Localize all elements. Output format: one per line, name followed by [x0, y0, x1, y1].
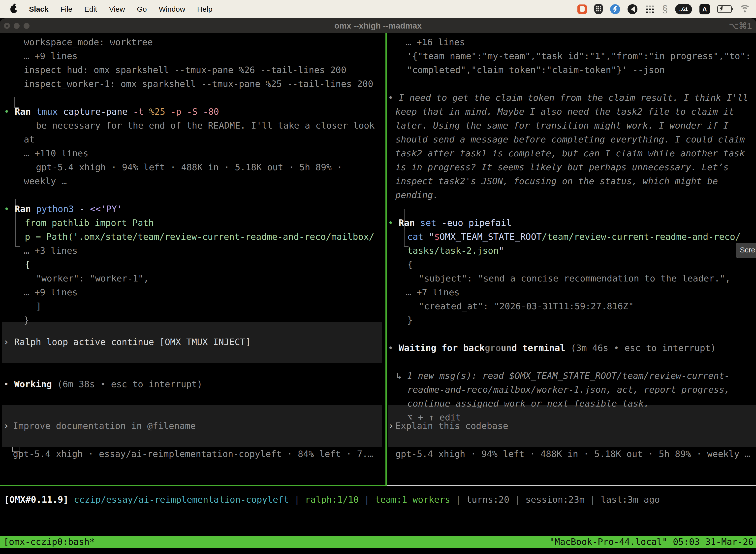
menu-item-view[interactable]: View: [109, 5, 125, 13]
menu-item-file[interactable]: File: [60, 5, 72, 13]
terminal-line: pending.: [395, 188, 438, 202]
terminal: Scre [OMX#0.11.9] cczip/essay/ai-reimple…: [0, 18, 756, 554]
count-badge[interactable]: ..61: [675, 4, 692, 14]
terminal-line: inspect_worker-1: omx sparkshell --tmux-…: [24, 77, 373, 91]
terminal-line: readme-and-reco/mailbox/worker-1.json, a…: [407, 383, 730, 397]
terminal-line: Explain this codebase: [395, 419, 508, 433]
terminal-line: from pathlib import Path: [25, 216, 154, 230]
tmux-status-bar: [omx-cczip0:bash* "MacBook-Pro-44.local"…: [0, 536, 756, 548]
terminal-line: • I need to get the claim token from the…: [388, 91, 748, 105]
terminal-line: inspect task2's JSON, focusing on the st…: [395, 174, 718, 188]
terminal-line: is in progress? It seems likely but perh…: [395, 160, 729, 174]
grid-shield-icon[interactable]: [594, 4, 603, 14]
terminal-line: '{"team_name":"my-team","task_id":"1","f…: [407, 49, 751, 63]
terminal-line: "worker": "worker-1",: [36, 272, 149, 285]
menu-status-icons: §..61A: [577, 4, 756, 15]
dots-grid-icon[interactable]: [645, 4, 655, 14]
terminal-line: at: [24, 132, 35, 147]
terminal-line: {: [407, 258, 413, 272]
terminal-line: ›: [388, 419, 394, 433]
terminal-line: workspace_mode: worktree: [24, 35, 153, 49]
menu-item-help[interactable]: Help: [197, 5, 212, 13]
menu-item-go[interactable]: Go: [137, 5, 147, 13]
squiggle-icon[interactable]: §: [662, 4, 668, 15]
terminal-line: cat "$OMX_TEAM_STATE_ROOT/team/review-cu…: [407, 230, 741, 244]
terminal-line: gpt-5.4 xhigh · 94% left · 488K in · 5.1…: [36, 160, 342, 174]
terminal-line: … +16 lines: [406, 35, 465, 49]
terminal-line: tasks/task-2.json": [407, 244, 504, 258]
left-pane-border: [0, 485, 385, 486]
terminal-line: … +110 lines: [24, 147, 88, 160]
screen-tooltip: Scre: [736, 243, 756, 258]
terminal-line: … +9 lines: [24, 285, 78, 299]
terminal-line: keep that in mind. Maybe I also need the…: [395, 105, 734, 119]
apple-menu-icon[interactable]: [10, 5, 17, 13]
menu-bar: SlackFileEditViewGoWindowHelp §..61A: [0, 0, 756, 18]
terminal-line: should send a message before completing …: [395, 132, 745, 147]
terminal-line: … +9 lines: [24, 49, 78, 63]
zap-icon[interactable]: [610, 4, 620, 14]
terminal-line: ↳ 1 new msg(s): read $OMX_TEAM_STATE_ROO…: [396, 369, 730, 383]
terminal-line: "completed","claim_token":"claim-token"}…: [407, 63, 665, 77]
right-pane-border: [387, 485, 756, 486]
play-icon[interactable]: [628, 4, 637, 14]
terminal-line: "subject": "send a concise recommendatio…: [419, 272, 731, 285]
terminal-line: continue assigned work or next feasible …: [407, 397, 649, 410]
terminal-line: • Ran set -euo pipefail: [388, 216, 512, 230]
terminal-line: ]: [36, 299, 42, 313]
terminal-line: … +7 lines: [406, 285, 460, 299]
terminal-line: }: [407, 313, 413, 327]
terminal-line: inspect_hud: omx sparkshell --tmux-pane …: [24, 63, 346, 77]
terminal-line: }: [24, 313, 29, 327]
menu-items: SlackFileEditViewGoWindowHelp: [29, 5, 212, 13]
tmux-session-label: [omx-cczip0:bash*: [0, 536, 95, 548]
terminal-line: • Working (6m 38s • esc to interrupt): [3, 377, 202, 391]
wifi-icon[interactable]: [739, 5, 751, 13]
terminal-line: weekly …: [24, 174, 67, 188]
terminal-line: be necessary for the end of the README. …: [36, 119, 375, 132]
terminal-line: • Ran tmux capture-pane -t %25 -p -S -80: [4, 105, 219, 119]
terminal-line: • Ran python3 - <<'PY': [4, 202, 122, 216]
chat-icon[interactable]: [577, 4, 587, 14]
hud-status-line: [OMX#0.11.9] cczip/essay/ai-reimplementa…: [4, 493, 660, 507]
pane-divider[interactable]: [385, 33, 387, 486]
tmux-host-clock: "MacBook-Pro-44.local" 05:03 31-Mar-26: [549, 536, 756, 548]
terminal-line: • Waiting for background terminal (3m 46…: [388, 341, 716, 355]
menu-left: SlackFileEditViewGoWindowHelp: [0, 5, 212, 13]
terminal-line: › Ralph loop active continue [OMX_TMUX_I…: [3, 335, 251, 349]
terminal-line: … +3 lines: [24, 244, 78, 258]
menu-item-edit[interactable]: Edit: [84, 5, 97, 13]
menu-item-window[interactable]: Window: [159, 5, 185, 13]
menu-item-slack[interactable]: Slack: [29, 5, 48, 13]
battery-icon[interactable]: [717, 5, 732, 13]
terminal-line: "created_at": "2026-03-31T11:59:27.816Z": [419, 299, 634, 313]
terminal-line: Improve documentation in @filename: [13, 419, 196, 433]
terminal-line: gpt-5.4 xhigh · 94% left · 488K in · 5.1…: [395, 447, 750, 461]
terminal-line: {: [25, 258, 30, 272]
terminal-line: ›: [3, 419, 9, 433]
a-square-icon[interactable]: A: [699, 4, 710, 14]
terminal-line: p = Path('.omx/state/team/review-current…: [25, 230, 374, 244]
terminal-line: gpt-5.4 xhigh · essay/ai-reimplementatio…: [13, 447, 373, 461]
terminal-line: task2 after task1 is complete, but can I…: [395, 147, 745, 160]
terminal-line: later. Using the same for transition mig…: [395, 119, 729, 132]
